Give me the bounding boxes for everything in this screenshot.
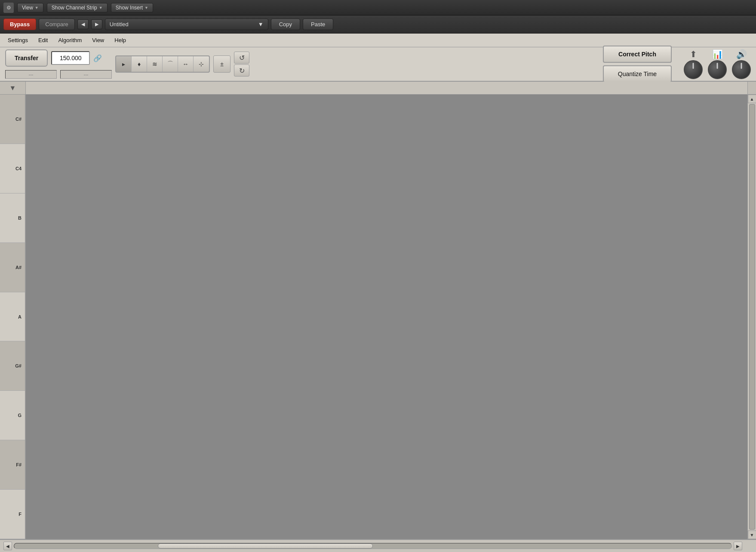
toolbar: Transfer 🔗 ▸ ♦ ≋ ⌒ ↔ ⊹ ± ↺ ↻ Correct Pit… <box>0 47 756 82</box>
compare-button[interactable]: Compare <box>39 18 74 30</box>
note-label-B: B <box>0 193 25 243</box>
bpm-input[interactable] <box>51 51 90 65</box>
scrollbar-area: ◀ ▶ <box>0 539 756 552</box>
compare-label: Compare <box>45 21 68 28</box>
knob3-icon: 🔊 <box>736 49 747 59</box>
copy-button[interactable]: Copy <box>271 18 300 30</box>
app-icon: ⚙ <box>3 3 14 13</box>
menu-algorithm[interactable]: Algorithm <box>54 35 86 45</box>
correct-pitch-label: Correct Pitch <box>618 51 656 58</box>
channel-strip-arrow: ▼ <box>99 6 103 10</box>
bypass-button[interactable]: Bypass <box>3 18 36 30</box>
pitch-svg <box>26 95 747 539</box>
stretch-tool-btn[interactable]: ↔ <box>178 56 194 72</box>
knob1-icon: ⬆ <box>690 49 697 59</box>
menu-edit[interactable]: Edit <box>34 35 52 45</box>
bypass-label: Bypass <box>10 21 30 28</box>
link-icon[interactable]: 🔗 <box>93 54 102 62</box>
prev-preset-button[interactable]: ◀ <box>77 19 89 29</box>
toolbar-left-top: Transfer 🔗 <box>5 49 112 67</box>
grid-area[interactable] <box>26 95 747 539</box>
note-label-F: F <box>0 490 25 539</box>
toolbar-sub-row <box>5 70 112 79</box>
knob-area: ⬆ 📊 🔊 <box>684 49 751 79</box>
quantize-time-button[interactable]: Quantize Time <box>603 65 672 83</box>
top-bar: ⚙ View ▼ Show Channel Strip ▼ Show Inser… <box>0 0 756 15</box>
knob2-icon: 📊 <box>712 49 723 59</box>
next-icon: ▶ <box>95 21 98 27</box>
knob-container-3: 🔊 <box>732 49 751 79</box>
undo-redo-group: ↺ ↻ <box>234 52 249 77</box>
menu-view[interactable]: View <box>88 35 108 45</box>
knob-3[interactable] <box>732 60 751 79</box>
note-label-Asharp: A# <box>0 243 25 292</box>
action-buttons: Correct Pitch Quantize Time <box>603 46 672 83</box>
redo-icon: ↻ <box>239 67 245 75</box>
waveform-tool-btn[interactable]: ≋ <box>147 56 163 72</box>
paste-button[interactable]: Paste <box>303 18 333 30</box>
menu-help[interactable]: Help <box>110 35 130 45</box>
right-scroll-track[interactable] <box>749 104 755 530</box>
note-label-G: G <box>0 391 25 440</box>
scroll-down-btn[interactable]: ▼ <box>748 531 756 539</box>
pitch-tool-btn[interactable]: ♦ <box>132 56 147 72</box>
view-label: View <box>22 5 33 11</box>
timeline-header: ▼ 1314151617181920 <box>0 82 756 95</box>
knob-container-1: ⬆ <box>684 49 703 79</box>
note-label-A: A <box>0 292 25 342</box>
scroll-track[interactable] <box>14 543 732 549</box>
prev-icon: ◀ <box>81 21 85 27</box>
note-label-Gsharp: G# <box>0 341 25 391</box>
channel-strip-btn[interactable]: Show Channel Strip ▼ <box>47 3 108 12</box>
preset-name: Untitled <box>110 21 129 28</box>
next-preset-button[interactable]: ▶ <box>91 19 102 29</box>
preset-dropdown[interactable]: Untitled ▼ <box>105 18 268 30</box>
scroll-right-btn[interactable]: ▶ <box>734 542 742 550</box>
paste-label: Paste <box>311 21 325 28</box>
note-label-C4: C4 <box>0 144 25 193</box>
view-arrow: ▼ <box>35 6 39 10</box>
right-scrollbar: ▲ ▼ <box>747 95 756 539</box>
scroll-left-btn[interactable]: ◀ <box>3 542 12 550</box>
timeline-label-area: ▼ <box>0 82 26 94</box>
view-menu-btn[interactable]: View ▼ <box>17 3 43 12</box>
split-tool-btn[interactable]: ⊹ <box>194 56 209 72</box>
note-label-Fsharp: F# <box>0 440 25 490</box>
redo-button[interactable]: ↻ <box>234 64 249 77</box>
knob3-indicator <box>741 63 742 69</box>
timeline-right-spacer <box>747 82 756 94</box>
channel-strip-label: Show Channel Strip <box>52 5 97 11</box>
note-label-Csharp: C# <box>0 95 25 144</box>
tool-group-main: ▸ ♦ ≋ ⌒ ↔ ⊹ <box>115 55 210 73</box>
menu-settings[interactable]: Settings <box>3 35 32 45</box>
quantize-time-label: Quantize Time <box>618 71 657 77</box>
knob-1[interactable] <box>684 60 703 79</box>
scroll-thumb[interactable] <box>158 543 373 549</box>
knob-2[interactable] <box>708 60 727 79</box>
transfer-label: Transfer <box>15 55 38 61</box>
undo-icon: ↺ <box>239 54 245 62</box>
knob-container-2: 📊 <box>708 49 727 79</box>
knob1-indicator <box>693 63 694 69</box>
timeline-collapse-icon[interactable]: ▼ <box>9 84 16 92</box>
toolbar-left: Transfer 🔗 <box>5 49 112 79</box>
note-labels: C#C4BA#AG#GF#F <box>0 95 26 539</box>
curve-tool-btn[interactable]: ⌒ <box>163 56 178 72</box>
scroll-up-btn[interactable]: ▲ <box>748 95 756 103</box>
correct-pitch-button[interactable]: Correct Pitch <box>603 46 672 63</box>
insert-label: Show Insert <box>116 5 143 11</box>
field2-input[interactable] <box>60 70 112 79</box>
knob2-indicator <box>717 63 718 69</box>
field1-input[interactable] <box>5 70 57 79</box>
main-content: C#C4BA#AG#GF#F ▲ ▼ <box>0 95 756 539</box>
second-bar: Bypass Compare ◀ ▶ Untitled ▼ Copy Paste <box>0 15 756 34</box>
undo-button[interactable]: ↺ <box>234 52 249 64</box>
copy-label: Copy <box>279 21 292 28</box>
transfer-button[interactable]: Transfer <box>5 49 48 67</box>
select-tool-btn[interactable]: ▸ <box>116 56 132 72</box>
dropdown-arrow: ▼ <box>258 21 264 28</box>
cursor-tool-btn[interactable]: ± <box>213 55 230 73</box>
show-insert-btn[interactable]: Show Insert ▼ <box>111 3 153 12</box>
insert-arrow: ▼ <box>144 6 148 10</box>
